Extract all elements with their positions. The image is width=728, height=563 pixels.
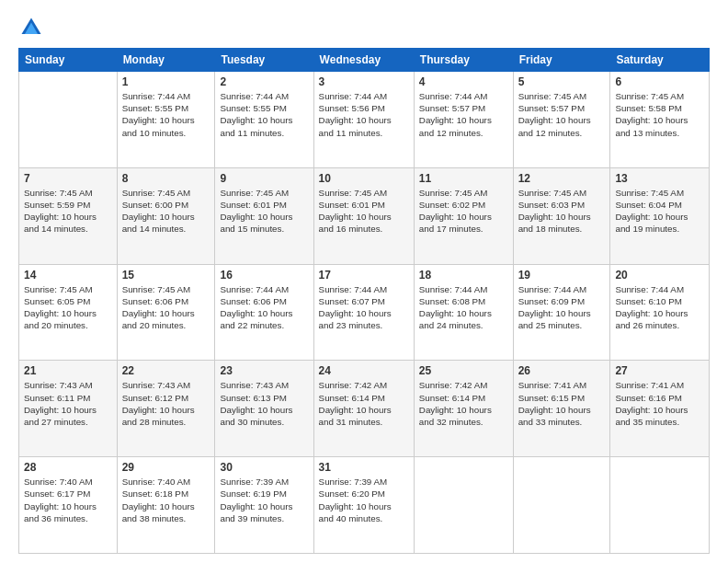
logo [18,15,48,40]
day-info: Sunrise: 7:44 AM Sunset: 6:06 PM Dayligh… [220,283,308,332]
day-info: Sunrise: 7:45 AM Sunset: 6:06 PM Dayligh… [122,283,210,332]
calendar-cell: 29Sunrise: 7:40 AM Sunset: 6:18 PM Dayli… [117,457,215,554]
weekday-header-row: SundayMondayTuesdayWednesdayThursdayFrid… [19,49,710,72]
calendar-cell: 22Sunrise: 7:43 AM Sunset: 6:12 PM Dayli… [117,361,215,457]
day-number: 5 [518,75,606,88]
day-info: Sunrise: 7:44 AM Sunset: 5:57 PM Dayligh… [419,90,508,139]
day-number: 22 [122,364,210,377]
day-number: 14 [24,269,112,282]
day-info: Sunrise: 7:44 AM Sunset: 5:56 PM Dayligh… [319,90,409,139]
day-info: Sunrise: 7:44 AM Sunset: 6:10 PM Dayligh… [615,283,704,332]
day-info: Sunrise: 7:45 AM Sunset: 5:57 PM Dayligh… [518,90,606,139]
calendar-cell: 17Sunrise: 7:44 AM Sunset: 6:07 PM Dayli… [313,264,414,361]
weekday-header-monday: Monday [117,49,215,72]
calendar-cell: 18Sunrise: 7:44 AM Sunset: 6:08 PM Dayli… [414,264,513,361]
calendar-cell: 15Sunrise: 7:45 AM Sunset: 6:06 PM Dayli… [117,264,215,361]
day-info: Sunrise: 7:42 AM Sunset: 6:14 PM Dayligh… [319,379,409,428]
day-number: 1 [122,75,210,88]
day-number: 11 [419,172,508,185]
calendar-cell: 30Sunrise: 7:39 AM Sunset: 6:19 PM Dayli… [215,457,313,554]
day-info: Sunrise: 7:42 AM Sunset: 6:14 PM Dayligh… [419,379,508,428]
day-info: Sunrise: 7:45 AM Sunset: 6:01 PM Dayligh… [319,187,409,236]
calendar-cell: 23Sunrise: 7:43 AM Sunset: 6:13 PM Dayli… [215,361,313,457]
calendar-cell [19,72,118,168]
weekday-header-thursday: Thursday [414,49,513,72]
calendar-cell [414,457,513,554]
calendar-cell: 9Sunrise: 7:45 AM Sunset: 6:01 PM Daylig… [215,167,313,264]
day-number: 29 [122,461,210,474]
day-number: 31 [319,461,409,474]
day-info: Sunrise: 7:40 AM Sunset: 6:18 PM Dayligh… [122,476,210,524]
day-number: 18 [419,269,508,282]
calendar-cell: 27Sunrise: 7:41 AM Sunset: 6:16 PM Dayli… [610,361,710,457]
day-info: Sunrise: 7:45 AM Sunset: 6:03 PM Dayligh… [518,187,606,236]
weekday-header-friday: Friday [513,49,610,72]
day-info: Sunrise: 7:44 AM Sunset: 6:08 PM Dayligh… [419,283,508,332]
calendar-cell: 12Sunrise: 7:45 AM Sunset: 6:03 PM Dayli… [513,167,610,264]
day-info: Sunrise: 7:43 AM Sunset: 6:12 PM Dayligh… [122,379,210,428]
day-number: 17 [319,269,409,282]
day-number: 23 [220,364,308,377]
day-number: 27 [615,364,704,377]
calendar-cell: 20Sunrise: 7:44 AM Sunset: 6:10 PM Dayli… [610,264,710,361]
calendar-cell: 11Sunrise: 7:45 AM Sunset: 6:02 PM Dayli… [414,167,513,264]
calendar-week-row: 28Sunrise: 7:40 AM Sunset: 6:17 PM Dayli… [19,457,710,554]
day-info: Sunrise: 7:44 AM Sunset: 5:55 PM Dayligh… [122,90,210,139]
calendar-cell: 16Sunrise: 7:44 AM Sunset: 6:06 PM Dayli… [215,264,313,361]
calendar-cell: 19Sunrise: 7:44 AM Sunset: 6:09 PM Dayli… [513,264,610,361]
day-number: 21 [24,364,112,377]
calendar-table: SundayMondayTuesdayWednesdayThursdayFrid… [18,48,710,554]
day-number: 20 [615,269,704,282]
calendar-cell: 21Sunrise: 7:43 AM Sunset: 6:11 PM Dayli… [19,361,118,457]
calendar-cell: 31Sunrise: 7:39 AM Sunset: 6:20 PM Dayli… [313,457,414,554]
day-number: 2 [220,75,308,88]
day-info: Sunrise: 7:44 AM Sunset: 6:07 PM Dayligh… [319,283,409,332]
day-info: Sunrise: 7:40 AM Sunset: 6:17 PM Dayligh… [24,476,112,524]
calendar-cell: 3Sunrise: 7:44 AM Sunset: 5:56 PM Daylig… [313,72,414,168]
calendar-cell: 14Sunrise: 7:45 AM Sunset: 6:05 PM Dayli… [19,264,118,361]
day-info: Sunrise: 7:44 AM Sunset: 6:09 PM Dayligh… [518,283,606,332]
calendar-cell [610,457,710,554]
day-info: Sunrise: 7:41 AM Sunset: 6:16 PM Dayligh… [615,379,704,428]
day-info: Sunrise: 7:43 AM Sunset: 6:11 PM Dayligh… [24,379,112,428]
day-number: 24 [319,364,409,377]
day-number: 7 [24,172,112,185]
day-number: 8 [122,172,210,185]
calendar-cell [513,457,610,554]
calendar-week-row: 7Sunrise: 7:45 AM Sunset: 5:59 PM Daylig… [19,167,710,264]
day-info: Sunrise: 7:45 AM Sunset: 5:59 PM Dayligh… [24,187,112,236]
day-number: 6 [615,75,704,88]
calendar-cell: 5Sunrise: 7:45 AM Sunset: 5:57 PM Daylig… [513,72,610,168]
calendar-cell: 4Sunrise: 7:44 AM Sunset: 5:57 PM Daylig… [414,72,513,168]
weekday-header-sunday: Sunday [19,49,118,72]
weekday-header-saturday: Saturday [610,49,710,72]
calendar-week-row: 21Sunrise: 7:43 AM Sunset: 6:11 PM Dayli… [19,361,710,457]
calendar-cell: 13Sunrise: 7:45 AM Sunset: 6:04 PM Dayli… [610,167,710,264]
page: SundayMondayTuesdayWednesdayThursdayFrid… [0,0,728,563]
calendar-cell: 28Sunrise: 7:40 AM Sunset: 6:17 PM Dayli… [19,457,118,554]
calendar-cell: 6Sunrise: 7:45 AM Sunset: 5:58 PM Daylig… [610,72,710,168]
day-info: Sunrise: 7:45 AM Sunset: 6:02 PM Dayligh… [419,187,508,236]
day-number: 13 [615,172,704,185]
day-info: Sunrise: 7:43 AM Sunset: 6:13 PM Dayligh… [220,379,308,428]
day-number: 25 [419,364,508,377]
day-number: 26 [518,364,606,377]
day-info: Sunrise: 7:45 AM Sunset: 6:05 PM Dayligh… [24,283,112,332]
calendar-cell: 8Sunrise: 7:45 AM Sunset: 6:00 PM Daylig… [117,167,215,264]
calendar-cell: 10Sunrise: 7:45 AM Sunset: 6:01 PM Dayli… [313,167,414,264]
day-info: Sunrise: 7:45 AM Sunset: 6:04 PM Dayligh… [615,187,704,236]
day-number: 10 [319,172,409,185]
day-info: Sunrise: 7:41 AM Sunset: 6:15 PM Dayligh… [518,379,606,428]
day-info: Sunrise: 7:44 AM Sunset: 5:55 PM Dayligh… [220,90,308,139]
calendar-week-row: 14Sunrise: 7:45 AM Sunset: 6:05 PM Dayli… [19,264,710,361]
day-info: Sunrise: 7:45 AM Sunset: 6:00 PM Dayligh… [122,187,210,236]
day-number: 9 [220,172,308,185]
day-number: 15 [122,269,210,282]
day-number: 28 [24,461,112,474]
day-info: Sunrise: 7:39 AM Sunset: 6:19 PM Dayligh… [220,476,308,524]
calendar-week-row: 1Sunrise: 7:44 AM Sunset: 5:55 PM Daylig… [19,72,710,168]
logo-icon [18,15,44,40]
day-info: Sunrise: 7:39 AM Sunset: 6:20 PM Dayligh… [319,476,409,524]
weekday-header-wednesday: Wednesday [313,49,414,72]
weekday-header-tuesday: Tuesday [215,49,313,72]
